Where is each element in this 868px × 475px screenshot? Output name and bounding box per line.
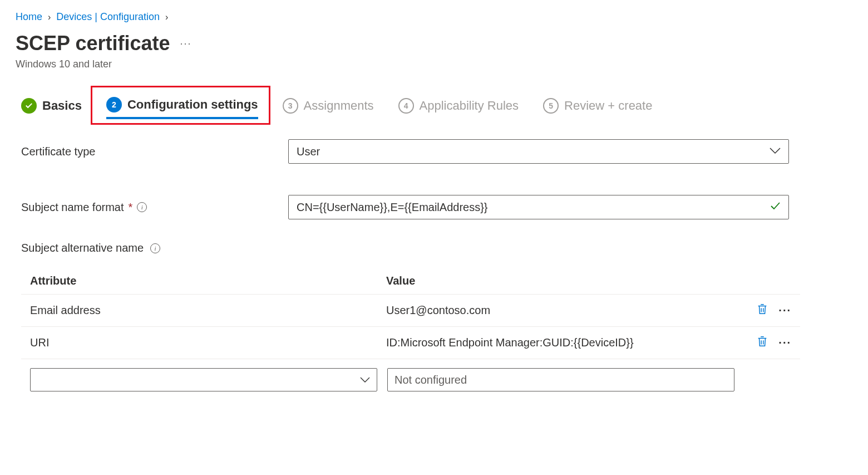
more-actions-button[interactable]: ···	[180, 38, 191, 50]
certificate-type-label: Certificate type	[21, 145, 288, 158]
trash-icon[interactable]	[756, 302, 768, 319]
breadcrumb: Home › Devices | Configuration ›	[16, 11, 852, 23]
info-icon[interactable]: i	[150, 243, 160, 253]
page-subtitle: Windows 10 and later	[16, 58, 852, 70]
step-number-icon: 3	[283, 98, 298, 114]
san-attribute: Email address	[30, 304, 386, 317]
checkmark-icon	[770, 200, 781, 214]
step-label: Basics	[42, 99, 82, 113]
san-attribute-select[interactable]	[30, 368, 377, 391]
table-row: URI ID:Microsoft Endpoint Manager:GUID:{…	[21, 327, 800, 359]
column-header-value: Value	[386, 275, 791, 287]
san-table: Attribute Value Email address User1@cont…	[16, 269, 800, 391]
step-applicability-rules[interactable]: 4 Applicability Rules	[398, 98, 519, 118]
trash-icon[interactable]	[756, 335, 768, 351]
row-more-button[interactable]: ···	[778, 336, 791, 349]
certificate-type-select[interactable]: User	[288, 139, 789, 164]
san-value-input[interactable]: Not configured	[387, 368, 734, 391]
table-row: Email address User1@contoso.com ···	[21, 295, 800, 327]
step-basics[interactable]: Basics	[21, 98, 82, 118]
san-value: User1@contoso.com	[386, 304, 756, 317]
select-value: User	[297, 145, 320, 158]
subject-alternative-name-label: Subject alternative name i	[16, 242, 852, 254]
label-text: Subject name format	[21, 201, 124, 214]
step-configuration-settings[interactable]: 2 Configuration settings	[106, 97, 258, 119]
label-text: Subject alternative name	[21, 242, 144, 254]
step-label: Review + create	[564, 99, 652, 113]
chevron-down-icon	[770, 146, 781, 156]
step-label: Configuration settings	[127, 97, 258, 112]
step-review-create[interactable]: 5 Review + create	[543, 98, 652, 118]
step-label: Applicability Rules	[420, 99, 519, 113]
san-attribute: URI	[30, 336, 386, 349]
step-number-icon: 5	[543, 98, 559, 114]
required-asterisk: *	[129, 201, 133, 214]
step-assignments[interactable]: 3 Assignments	[283, 98, 374, 118]
step-number-icon: 4	[398, 98, 414, 114]
san-value: ID:Microsoft Endpoint Manager:GUID:{{Dev…	[386, 336, 756, 349]
row-more-button[interactable]: ···	[778, 304, 791, 317]
chevron-down-icon	[360, 375, 370, 384]
breadcrumb-home[interactable]: Home	[16, 11, 42, 23]
san-table-header: Attribute Value	[21, 269, 800, 295]
breadcrumb-devices[interactable]: Devices | Configuration	[56, 11, 160, 23]
wizard-steps: Basics 2 Configuration settings 3 Assign…	[16, 97, 852, 119]
check-circle-icon	[21, 98, 37, 114]
san-new-row: Not configured	[21, 359, 800, 391]
subject-name-format-label: Subject name format * i	[21, 201, 288, 214]
chevron-right-icon: ›	[48, 12, 51, 22]
step-label: Assignments	[304, 99, 374, 113]
step-number-icon: 2	[106, 97, 122, 112]
info-icon[interactable]: i	[137, 202, 147, 212]
placeholder: Not configured	[394, 374, 467, 386]
chevron-right-icon: ›	[165, 12, 168, 22]
column-header-attribute: Attribute	[30, 275, 386, 287]
subject-name-format-input[interactable]: CN={{UserName}},E={{EmailAddress}}	[288, 195, 789, 219]
page-title: SCEP certificate	[16, 32, 170, 55]
input-value: CN={{UserName}},E={{EmailAddress}}	[297, 201, 488, 214]
